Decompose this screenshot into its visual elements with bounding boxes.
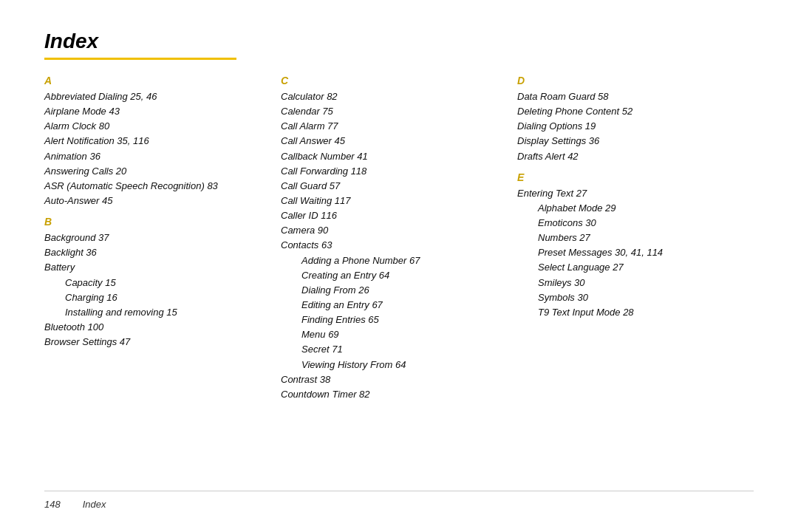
index-entry: Select Language 27 [517,260,739,275]
index-entry: Backlight 36 [44,245,266,260]
index-entry: Contacts 63 [281,238,502,253]
index-entry: Battery [44,260,266,275]
page: Index AAbbreviated Dialing 25, 46Airplan… [0,0,798,532]
section-letter-E: E [517,171,739,183]
section-letter-C: C [281,75,502,86]
column-2: CCalculator 82Calendar 75Call Alarm 77Ca… [281,75,517,483]
index-entry: Drafts Alert 42 [517,149,739,164]
index-entry: Caller ID 116 [281,208,502,223]
title-underline [44,58,236,60]
index-entry: Preset Messages 30, 41, 114 [517,245,739,260]
index-entry: Emoticons 30 [517,216,739,231]
index-entry: Contrast 38 [281,372,502,387]
index-entry: Charging 16 [44,290,266,305]
column-1: AAbbreviated Dialing 25, 46Airplane Mode… [44,75,281,483]
index-entry: Numbers 27 [517,231,739,245]
footer-page-number: 148 [44,499,61,510]
section-letter-A: A [44,75,266,86]
index-entry: Countdown Timer 82 [281,387,502,402]
index-entry: Creating an Entry 64 [281,268,502,283]
index-entry: Bluetooth 100 [44,320,266,335]
index-entry: Adding a Phone Number 67 [281,253,502,268]
index-entry: Data Roam Guard 58 [517,89,739,104]
index-entry: Smileys 30 [517,276,739,290]
index-entry: T9 Text Input Mode 28 [517,305,739,320]
index-entry: Menu 69 [281,327,502,342]
index-entry: Viewing History From 64 [281,358,502,372]
column-3: DData Roam Guard 58Deleting Phone Conten… [517,75,754,483]
index-columns: AAbbreviated Dialing 25, 46Airplane Mode… [44,75,754,483]
index-entry: Background 37 [44,231,266,245]
index-entry: Alert Notification 35, 116 [44,134,266,149]
footer-label: Index [83,499,106,510]
section-letter-B: B [44,216,266,228]
index-entry: Alarm Clock 80 [44,119,266,134]
index-entry: Call Answer 45 [281,134,502,149]
index-entry: Calendar 75 [281,104,502,119]
index-entry: Calculator 82 [281,89,502,104]
index-entry: Airplane Mode 43 [44,104,266,119]
index-entry: Dialing From 26 [281,283,502,298]
index-entry: Camera 90 [281,223,502,238]
index-entry: Animation 36 [44,149,266,164]
index-entry: Call Waiting 117 [281,194,502,208]
index-entry: Entering Text 27 [517,186,739,201]
index-entry: Callback Number 41 [281,149,502,164]
index-entry: ASR (Automatic Speech Recognition) 83 [44,179,266,194]
index-entry: Call Guard 57 [281,179,502,194]
index-entry: Auto-Answer 45 [44,194,266,208]
index-entry: Installing and removing 15 [44,305,266,320]
index-entry: Secret 71 [281,342,502,357]
footer: 148 Index [44,491,754,510]
index-entry: Finding Entries 65 [281,313,502,327]
index-entry: Dialing Options 19 [517,119,739,134]
index-entry: Call Alarm 77 [281,119,502,134]
index-entry: Alphabet Mode 29 [517,201,739,216]
index-entry: Abbreviated Dialing 25, 46 [44,89,266,104]
index-entry: Symbols 30 [517,290,739,305]
index-entry: Call Forwarding 118 [281,164,502,179]
index-entry: Editing an Entry 67 [281,298,502,313]
index-entry: Browser Settings 47 [44,335,266,349]
index-entry: Answering Calls 20 [44,164,266,179]
page-title: Index [44,30,754,53]
section-letter-D: D [517,75,739,86]
index-entry: Deleting Phone Content 52 [517,104,739,119]
index-entry: Capacity 15 [44,276,266,290]
index-entry: Display Settings 36 [517,134,739,149]
